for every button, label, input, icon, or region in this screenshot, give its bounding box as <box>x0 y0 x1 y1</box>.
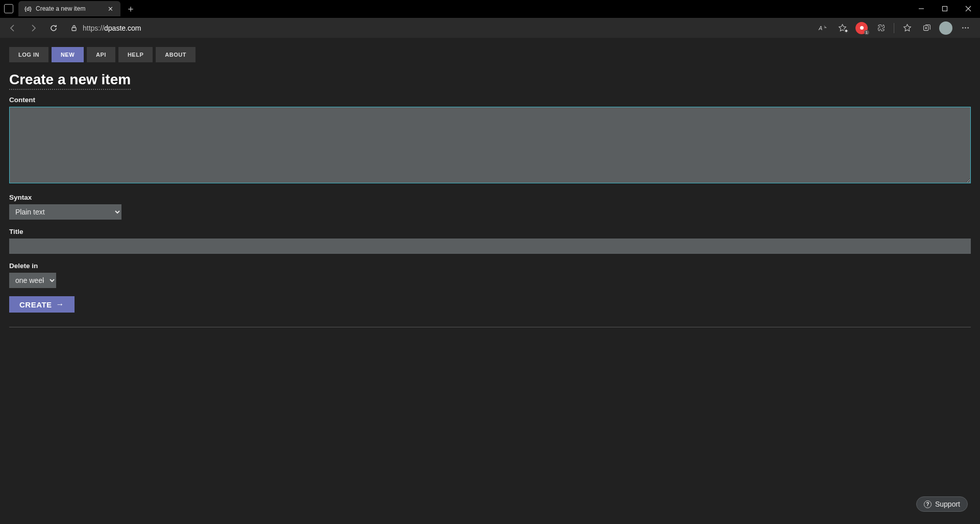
favorites-badge-icon: ✚ <box>844 29 849 34</box>
nav-refresh-button[interactable] <box>45 20 62 36</box>
favorites-add-icon[interactable]: ✚ <box>834 20 851 36</box>
divider <box>9 327 971 327</box>
syntax-select[interactable]: Plain text <box>9 204 121 220</box>
nav-api-button[interactable]: API <box>87 47 115 62</box>
window-maximize-button[interactable] <box>933 0 957 17</box>
new-tab-button[interactable]: ＋ <box>124 2 138 16</box>
url-scheme: https:// <box>83 24 104 32</box>
favorites-icon[interactable] <box>898 20 916 36</box>
nav-help-button[interactable]: HELP <box>118 47 153 62</box>
toolbar-right-icons: A ✚ 1 <box>814 20 976 36</box>
profile-avatar[interactable] <box>937 20 954 36</box>
label-syntax: Syntax <box>9 194 971 201</box>
window-controls <box>910 0 980 17</box>
page-content: LOG IN NEW API HELP ABOUT Create a new i… <box>0 38 980 524</box>
support-label: Support <box>935 500 960 508</box>
nav-new-button[interactable]: NEW <box>52 47 84 62</box>
field-syntax: Syntax Plain text <box>9 194 971 220</box>
extensions-icon[interactable] <box>872 20 890 36</box>
field-title: Title <box>9 228 971 254</box>
address-bar: https://dpaste.com A ✚ 1 <box>0 17 980 38</box>
toolbar-separator <box>894 23 894 33</box>
window-close-button[interactable] <box>957 0 980 17</box>
create-button-label: CREATE <box>19 300 52 309</box>
extension-badge: 1 <box>864 30 869 35</box>
arrow-right-icon: → <box>56 300 65 309</box>
tab-close-icon[interactable]: ✕ <box>106 5 114 13</box>
create-button[interactable]: CREATE → <box>9 296 75 313</box>
tab-actions-icon[interactable] <box>4 4 13 13</box>
more-menu-icon[interactable] <box>957 20 974 36</box>
svg-point-7 <box>962 27 963 28</box>
delete-in-select[interactable]: one week <box>9 273 56 288</box>
window-minimize-button[interactable] <box>910 0 933 17</box>
tab-title: Create a new item <box>36 5 102 12</box>
nav-forward-button[interactable] <box>24 20 42 36</box>
label-title: Title <box>9 228 971 235</box>
help-icon: ? <box>924 501 932 508</box>
content-textarea[interactable] <box>9 107 971 183</box>
svg-point-9 <box>967 27 968 28</box>
page-title: Create a new item <box>9 72 131 90</box>
lock-icon <box>70 25 78 32</box>
support-widget[interactable]: ? Support <box>916 496 968 512</box>
nav-about-button[interactable]: ABOUT <box>156 47 195 62</box>
titlebar: {d} Create a new item ✕ ＋ <box>0 0 980 17</box>
url-host: dpaste.com <box>104 24 141 32</box>
label-delete-in: Delete in <box>9 262 971 270</box>
nav-back-button[interactable] <box>4 20 21 36</box>
title-input[interactable] <box>9 239 971 254</box>
nav-login-button[interactable]: LOG IN <box>9 47 48 62</box>
read-aloud-icon[interactable]: A <box>814 20 831 36</box>
url-region[interactable]: https://dpaste.com <box>65 20 811 36</box>
browser-chrome: {d} Create a new item ✕ ＋ <box>0 0 980 38</box>
svg-text:A: A <box>818 25 822 31</box>
svg-point-8 <box>965 27 966 28</box>
svg-rect-1 <box>943 7 947 11</box>
svg-rect-4 <box>72 28 76 31</box>
tab-favicon: {d} <box>24 5 32 12</box>
field-content: Content <box>9 96 971 185</box>
collections-icon[interactable] <box>918 20 935 36</box>
url-text: https://dpaste.com <box>83 24 141 32</box>
browser-tab[interactable]: {d} Create a new item ✕ <box>18 1 120 16</box>
site-nav: LOG IN NEW API HELP ABOUT <box>9 47 971 62</box>
field-delete-in: Delete in one week <box>9 262 971 288</box>
extension-adblock-icon[interactable]: 1 <box>853 20 870 36</box>
label-content: Content <box>9 96 971 104</box>
